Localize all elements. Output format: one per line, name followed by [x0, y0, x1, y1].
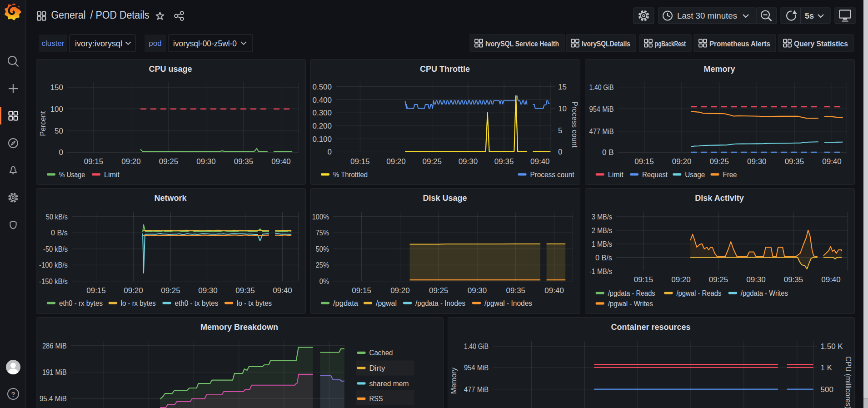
svg-text:Process count: Process count	[571, 101, 579, 148]
svg-text:Disk Usage: Disk Usage	[423, 194, 467, 203]
svg-text:0%: 0%	[319, 277, 329, 286]
svg-text:2 MB/s: 2 MB/s	[592, 226, 612, 235]
svg-text:09:40: 09:40	[822, 157, 842, 166]
svg-text:0: 0	[59, 148, 63, 157]
svg-text:-100 kB/s: -100 kB/s	[39, 261, 68, 269]
svg-text:09:20: 09:20	[124, 286, 143, 295]
svg-text:General: General	[51, 9, 86, 21]
svg-text:Usage: Usage	[685, 171, 705, 179]
svg-text:Last 30 minutes: Last 30 minutes	[677, 11, 737, 20]
svg-text:% Throttled: % Throttled	[333, 171, 368, 179]
svg-text:CPU (millicores): CPU (millicores)	[844, 356, 852, 408]
svg-text:lo - tx bytes: lo - tx bytes	[237, 299, 272, 307]
svg-text:/pgwal - Writes: /pgwal - Writes	[608, 300, 653, 308]
svg-text:09:25: 09:25	[709, 275, 728, 284]
svg-text:09:25: 09:25	[429, 286, 449, 295]
svg-text:Request: Request	[642, 171, 668, 179]
svg-text:CPU usage: CPU usage	[149, 65, 192, 74]
svg-text:954 MiB: 954 MiB	[589, 105, 614, 114]
svg-text:Dirty: Dirty	[369, 364, 385, 372]
svg-text:Cached: Cached	[369, 349, 393, 357]
svg-text:09:35: 09:35	[234, 157, 254, 166]
svg-text:5s: 5s	[805, 11, 814, 20]
svg-text:/pgdata - Writes: /pgdata - Writes	[741, 289, 788, 297]
svg-text:CPU Throttle: CPU Throttle	[420, 65, 470, 74]
svg-text:50 kB/s: 50 kB/s	[46, 213, 68, 221]
svg-text:RSS: RSS	[369, 395, 383, 403]
svg-text:Container resources: Container resources	[611, 323, 690, 332]
svg-text:09:30: 09:30	[196, 157, 216, 166]
svg-text:ivory:ivorysql: ivory:ivorysql	[75, 39, 122, 48]
svg-text:477 MiB: 477 MiB	[589, 127, 614, 136]
svg-text:3 MB/s: 3 MB/s	[592, 213, 612, 221]
svg-text:IvorySQLDetails: IvorySQLDetails	[582, 40, 630, 48]
svg-text:Query Statistics: Query Statistics	[794, 40, 848, 48]
svg-text:/pgdata: /pgdata	[333, 299, 358, 307]
svg-text:% Usage: % Usage	[59, 171, 85, 179]
svg-text:Free: Free	[723, 171, 737, 179]
svg-text:100: 100	[50, 105, 63, 114]
svg-text:0.200: 0.200	[312, 122, 332, 130]
svg-text:Network: Network	[154, 194, 187, 203]
svg-text:09:25: 09:25	[161, 286, 180, 295]
svg-text:/ POD Details: / POD Details	[90, 9, 150, 21]
svg-text:15: 15	[558, 83, 567, 91]
svg-text:09:15: 09:15	[84, 157, 104, 166]
svg-text:1.40 GiB: 1.40 GiB	[464, 342, 489, 351]
svg-text:0: 0	[558, 148, 562, 156]
svg-text:Percent: Percent	[39, 111, 47, 136]
svg-text:09:20: 09:20	[672, 157, 692, 166]
svg-text:eth0 - tx bytes: eth0 - tx bytes	[175, 299, 219, 307]
svg-text:Limit: Limit	[104, 171, 120, 179]
svg-text:Memory: Memory	[450, 368, 458, 394]
svg-text:09:30: 09:30	[198, 286, 218, 295]
svg-text:09:35: 09:35	[235, 286, 255, 295]
svg-text:eth0 - rx bytes: eth0 - rx bytes	[59, 299, 103, 307]
svg-text:ivorysql-00-z5wl-0: ivorysql-00-z5wl-0	[173, 39, 237, 48]
svg-text:09:20: 09:20	[121, 157, 141, 166]
svg-text:1 K: 1 K	[821, 363, 833, 372]
svg-text:09:20: 09:20	[390, 286, 410, 295]
svg-text:09:40: 09:40	[273, 286, 292, 295]
svg-text:09:15: 09:15	[352, 286, 371, 295]
svg-text:191 MiB: 191 MiB	[42, 368, 67, 377]
svg-text:/pgdata - Inodes: /pgdata - Inodes	[415, 299, 465, 307]
svg-text:/pgwal - Inodes: /pgwal - Inodes	[484, 299, 532, 307]
svg-text:Limit: Limit	[608, 171, 624, 179]
svg-text:lo - rx bytes: lo - rx bytes	[121, 299, 156, 307]
svg-text:09:15: 09:15	[634, 157, 654, 166]
svg-text:pgBackRest: pgBackRest	[655, 40, 686, 48]
svg-text:0.300: 0.300	[312, 109, 332, 117]
svg-text:75%: 75%	[316, 229, 329, 237]
svg-text:09:15: 09:15	[350, 157, 370, 166]
svg-text:Memory: Memory	[703, 65, 735, 74]
svg-text:Prometheus Alerts: Prometheus Alerts	[709, 40, 770, 48]
svg-text:-1 MB/s: -1 MB/s	[589, 267, 612, 276]
svg-text:50%: 50%	[316, 245, 329, 254]
svg-text:500: 500	[821, 385, 833, 394]
svg-text:IvorySQL Service Health: IvorySQL Service Health	[485, 40, 559, 48]
svg-text:0: 0	[328, 148, 332, 156]
svg-text:150: 150	[50, 83, 63, 92]
svg-text:0.100: 0.100	[312, 135, 332, 144]
svg-text:09:40: 09:40	[530, 157, 550, 166]
svg-text:09:35: 09:35	[785, 157, 804, 166]
svg-text:09:30: 09:30	[459, 157, 478, 166]
svg-text:100%: 100%	[312, 213, 329, 221]
svg-text:1.40 GiB: 1.40 GiB	[589, 83, 614, 92]
svg-text:09:20: 09:20	[671, 275, 691, 284]
svg-text:09:25: 09:25	[422, 157, 442, 166]
svg-text:cluster: cluster	[41, 39, 64, 48]
svg-text:09:40: 09:40	[544, 286, 564, 295]
svg-text:09:30: 09:30	[746, 275, 766, 284]
svg-text:50: 50	[55, 127, 63, 135]
svg-text:09:25: 09:25	[709, 157, 729, 166]
svg-text:Memory Breakdown: Memory Breakdown	[200, 323, 278, 332]
svg-text:09:30: 09:30	[747, 157, 767, 166]
svg-text:09:40: 09:40	[821, 275, 841, 284]
svg-text:95.4 MiB: 95.4 MiB	[40, 394, 67, 403]
svg-text:0.400: 0.400	[312, 96, 332, 104]
svg-text:-50 kB/s: -50 kB/s	[43, 245, 68, 254]
svg-text:09:25: 09:25	[159, 157, 179, 166]
svg-text:954 MiB: 954 MiB	[464, 363, 489, 372]
